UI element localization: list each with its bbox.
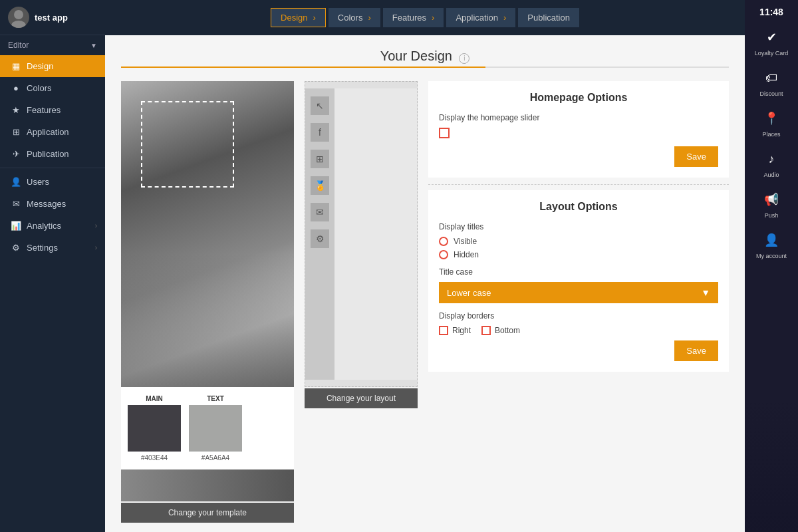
hidden-radio-item[interactable]: Hidden — [439, 250, 718, 259]
nav-step-design[interactable]: Design › — [271, 8, 326, 27]
sidebar-item-colors-label: Colors — [27, 83, 52, 93]
options-section: Homepage Options Display the homepage sl… — [428, 81, 729, 523]
sidebar-item-features[interactable]: ★ Features — [0, 99, 105, 121]
layout-section: ↖ f ⊞ 🏅 ✉ ⚙ Change your layout — [305, 81, 418, 523]
editor-label: Editor — [8, 41, 29, 50]
phone-sidebar: 11:48 ✔ Loyalty Card 🏷 Discount 📍 Places… — [745, 0, 798, 532]
nav-step-design-arrow: › — [313, 13, 315, 23]
nav-step-colors-arrow: › — [368, 13, 370, 23]
design-icon: ▦ — [11, 61, 21, 71]
phone-app-loyalty-card[interactable]: ✔ Loyalty Card — [745, 21, 798, 62]
discount-icon: 🏷 — [761, 67, 782, 88]
sidebar-item-settings[interactable]: ⚙ Settings › — [0, 237, 105, 259]
sidebar-item-publication-label: Publication — [27, 149, 69, 159]
nav-step-colors[interactable]: Colors › — [329, 8, 380, 27]
main-color-swatch[interactable] — [128, 405, 181, 452]
application-icon: ⊞ — [11, 127, 21, 137]
title-case-select[interactable]: Lower case ▼ — [439, 282, 718, 303]
sidebar-item-users-label: Users — [27, 177, 49, 187]
phone-app-my-account[interactable]: 👤 My account — [745, 224, 798, 265]
bottom-border-checkbox[interactable] — [481, 326, 491, 335]
template-section: MAIN #403E44 TEXT #A5A6A4 Change your te… — [121, 81, 294, 523]
my-account-label: My account — [756, 253, 787, 259]
change-template-button[interactable]: Change your template — [121, 503, 294, 523]
my-account-icon: 👤 — [761, 229, 782, 251]
editor-arrow-icon: ▼ — [90, 42, 97, 49]
places-icon: 📍 — [761, 108, 782, 129]
users-icon: 👤 — [11, 177, 21, 187]
cursor-layout-icon[interactable]: ↖ — [311, 96, 329, 115]
editor-section[interactable]: Editor ▼ — [0, 35, 105, 55]
phone-app-discount[interactable]: 🏷 Discount — [745, 62, 798, 102]
title-case-value: Lower case — [447, 288, 491, 298]
colors-icon: ● — [11, 83, 21, 93]
push-label: Push — [765, 212, 779, 219]
visible-radio-item[interactable]: Visible — [439, 237, 718, 246]
visible-label: Visible — [454, 237, 477, 246]
sidebar-divider — [0, 168, 105, 168]
sidebar-item-analytics[interactable]: 📊 Analytics › — [0, 215, 105, 237]
sidebar-item-messages[interactable]: ✉ Messages — [0, 193, 105, 215]
sidebar-item-publication[interactable]: ✈ Publication — [0, 143, 105, 165]
sidebar: test app Editor ▼ ▦ Design ● Colors ★ Fe… — [0, 0, 105, 532]
sidebar-item-colors[interactable]: ● Colors — [0, 77, 105, 99]
audio-icon: ♪ — [761, 148, 782, 170]
email-layout-icon[interactable]: ✉ — [311, 203, 329, 221]
design-grid: MAIN #403E44 TEXT #A5A6A4 Change your te… — [121, 81, 729, 523]
audio-label: Audio — [763, 172, 779, 178]
bottom-border-option[interactable]: Bottom — [481, 326, 520, 335]
nav-step-publication[interactable]: Publication — [518, 8, 579, 27]
layout-preview-inner: ↖ f ⊞ 🏅 ✉ ⚙ — [305, 88, 417, 380]
sidebar-header: test app — [0, 0, 105, 35]
right-border-option[interactable]: Right — [439, 326, 471, 335]
options-divider — [428, 184, 729, 185]
facebook-layout-icon[interactable]: f — [311, 123, 329, 142]
analytics-arrow-icon: › — [95, 222, 97, 229]
template-dashed-box — [141, 101, 234, 188]
places-label: Places — [762, 131, 780, 138]
template-extra-image — [121, 469, 294, 501]
gear-layout-icon[interactable]: ⚙ — [311, 229, 329, 248]
top-nav: Design › Colors › Features › Application… — [105, 0, 745, 35]
sidebar-item-analytics-label: Analytics — [27, 221, 61, 231]
slider-checkbox[interactable] — [439, 128, 450, 138]
slider-option-label: Display the homepage slider — [439, 113, 718, 122]
text-color-swatch[interactable] — [189, 405, 242, 452]
template-colors: MAIN #403E44 TEXT #A5A6A4 — [121, 387, 294, 469]
layout-save-button[interactable]: Save — [674, 340, 718, 361]
settings-arrow-icon: › — [95, 244, 97, 251]
layout-options-title: Layout Options — [439, 201, 718, 213]
change-layout-button[interactable]: Change your layout — [305, 388, 418, 408]
right-border-checkbox[interactable] — [439, 326, 448, 335]
display-borders-container: Display borders Right Bottom — [439, 311, 718, 335]
your-design-info-icon: i — [459, 53, 469, 64]
text-color-container: TEXT #A5A6A4 — [189, 395, 242, 462]
right-label: Right — [452, 326, 471, 335]
messages-icon: ✉ — [11, 199, 21, 209]
grid-layout-icon[interactable]: ⊞ — [311, 150, 329, 168]
nav-step-features[interactable]: Features › — [383, 8, 444, 27]
hidden-radio-circle[interactable] — [439, 250, 448, 259]
main-color-label: MAIN — [146, 395, 163, 402]
homepage-save-button[interactable]: Save — [674, 146, 718, 167]
sidebar-item-application[interactable]: ⊞ Application — [0, 121, 105, 143]
phone-app-list: ✔ Loyalty Card 🏷 Discount 📍 Places ♪ Aud… — [745, 21, 798, 532]
sidebar-item-application-label: Application — [27, 127, 69, 137]
sidebar-item-settings-label: Settings — [27, 243, 58, 253]
template-preview — [121, 81, 294, 387]
medal-layout-icon[interactable]: 🏅 — [311, 176, 329, 195]
phone-app-push[interactable]: 📢 Push — [745, 184, 798, 224]
content-area: Your Design i MAIN — [105, 35, 745, 532]
visible-radio-circle[interactable] — [439, 237, 448, 246]
phone-app-audio[interactable]: ♪ Audio — [745, 143, 798, 184]
publication-icon: ✈ — [11, 149, 21, 159]
features-icon: ★ — [11, 105, 21, 115]
layout-main-area — [334, 88, 417, 380]
sidebar-item-design[interactable]: ▦ Design — [0, 55, 105, 77]
settings-icon: ⚙ — [11, 243, 21, 253]
sidebar-item-users[interactable]: 👤 Users — [0, 171, 105, 193]
nav-step-application[interactable]: Application › — [446, 8, 515, 27]
display-titles-radio-group: Visible Hidden — [439, 237, 718, 259]
nav-step-application-arrow: › — [503, 13, 506, 23]
phone-app-places[interactable]: 📍 Places — [745, 102, 798, 143]
